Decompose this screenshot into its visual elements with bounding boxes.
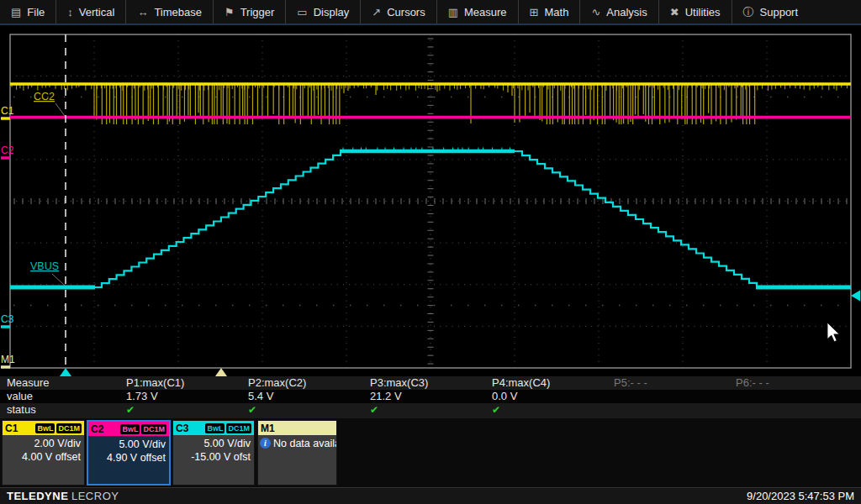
menu-item-display[interactable]: ▭Display bbox=[285, 0, 360, 24]
measure-row-label: Measure bbox=[0, 376, 126, 390]
measure-param-value-p2: 5.4 V bbox=[248, 390, 370, 403]
trace-c1 bbox=[10, 84, 851, 124]
cursors-icon: ↗ bbox=[372, 7, 381, 18]
menu-item-support[interactable]: ⓘSupport bbox=[732, 0, 810, 24]
measure-param-name-p5[interactable]: P5:- - - bbox=[614, 376, 736, 390]
c3-coupling-badge: DC1M bbox=[226, 423, 251, 433]
measure-status-label: status bbox=[0, 403, 126, 417]
marker-label-c2: C2 bbox=[1, 144, 14, 156]
channel-box-c3[interactable]: C3 BwL DC1M 5.00 V/div -15.00 V ofst bbox=[172, 420, 255, 486]
menu-item-label: Trigger bbox=[240, 6, 275, 18]
support-icon: ⓘ bbox=[743, 7, 754, 18]
menu-item-cursors[interactable]: ↗Cursors bbox=[360, 0, 436, 24]
channel-c1-name: C1 bbox=[5, 423, 18, 434]
utilities-icon: ✖ bbox=[670, 7, 679, 18]
c1-bwl-badge: BwL bbox=[35, 423, 55, 433]
marker-tick-c3[interactable] bbox=[1, 325, 10, 328]
channel-c3-name: C3 bbox=[176, 423, 188, 434]
menu-item-analysis[interactable]: ∿Analysis bbox=[579, 0, 658, 24]
info-icon: i bbox=[260, 438, 271, 449]
trigger-icon: ⚑ bbox=[224, 7, 235, 18]
marker-label-m1: M1 bbox=[1, 354, 15, 365]
channel-c2-header: C2 BwL DC1M bbox=[88, 422, 169, 436]
measure-param-value-p4: 0.0 V bbox=[492, 390, 614, 403]
trace-c3 bbox=[10, 148, 851, 288]
status-bar: TELEDYNE LECROY 9/20/2023 5:47:53 PM bbox=[0, 487, 861, 504]
menu-item-label: Utilities bbox=[685, 6, 721, 18]
menu-item-label: Analysis bbox=[606, 6, 647, 18]
analysis-icon: ∿ bbox=[591, 7, 600, 18]
channel-c3-header: C3 BwL DC1M bbox=[173, 421, 254, 435]
math-icon: ⊞ bbox=[530, 7, 539, 18]
memory-box-m1[interactable]: M1 i No data available bbox=[257, 420, 337, 486]
measure-param-value-p1: 1.73 V bbox=[126, 390, 248, 403]
measure-param-name-p2[interactable]: P2:max(C2) bbox=[248, 376, 370, 390]
menu-item-label: Timebase bbox=[154, 6, 202, 18]
status-check-p1: ✔ bbox=[126, 403, 248, 417]
c1-vdiv: 2.00 V/div bbox=[4, 437, 81, 450]
trigger-time-marker[interactable] bbox=[60, 368, 71, 376]
menu-item-label: Math bbox=[544, 6, 568, 18]
menu-item-label: Measure bbox=[464, 6, 507, 18]
menu-item-utilities[interactable]: ✖Utilities bbox=[658, 0, 732, 24]
brand-bold: TELEDYNE bbox=[7, 490, 68, 502]
vertical-icon: ↕ bbox=[67, 7, 73, 18]
trigger-level-arrow[interactable] bbox=[851, 291, 860, 302]
menu-item-vertical[interactable]: ↕Vertical bbox=[55, 0, 125, 24]
menu-item-trigger[interactable]: ⚑Trigger bbox=[213, 0, 285, 24]
measure-param-name-p6[interactable]: P6:- - - bbox=[736, 376, 861, 390]
status-check-p3: ✔ bbox=[370, 403, 492, 417]
measure-icon: ▥ bbox=[448, 7, 458, 18]
c3-vdiv: 5.00 V/div bbox=[175, 437, 251, 450]
c1-offset: 4.00 V offset bbox=[4, 450, 81, 464]
menu-item-timebase[interactable]: ↔Timebase bbox=[125, 0, 213, 24]
teledyne-lecroy-logo: TELEDYNE LECROY bbox=[7, 490, 119, 502]
m1-time-marker[interactable] bbox=[215, 368, 227, 376]
measure-names-row: Measure P1:max(C1)P2:max(C2)P3:max(C3)P4… bbox=[0, 376, 861, 390]
menu-item-label: File bbox=[27, 6, 45, 18]
menu-item-math[interactable]: ⊞Math bbox=[518, 0, 580, 24]
channel-box-c2[interactable]: C2 BwL DC1M 5.00 V/div 4.90 V offset bbox=[87, 420, 171, 486]
measure-param-name-p1[interactable]: P1:max(C1) bbox=[126, 376, 248, 390]
measure-param-value-p3: 21.2 V bbox=[370, 390, 492, 403]
status-check-p2: ✔ bbox=[248, 403, 370, 417]
menu-bar: ▤File↕Vertical↔Timebase⚑Trigger▭Display↗… bbox=[0, 0, 861, 25]
c3-offset: -15.00 V ofst bbox=[175, 450, 251, 464]
measure-status-row: status ✔✔✔✔ bbox=[0, 403, 861, 417]
measure-panel: Measure P1:max(C1)P2:max(C2)P3:max(C3)P4… bbox=[0, 376, 861, 418]
timebase-icon: ↔ bbox=[137, 7, 148, 18]
brand-light: LECROY bbox=[71, 490, 119, 502]
c2-coupling-badge: DC1M bbox=[141, 424, 166, 434]
c2-offset: 4.90 V offset bbox=[90, 451, 166, 465]
svg-text:CC2: CC2 bbox=[34, 91, 55, 102]
channel-c1-header: C1 BwL DC1M bbox=[3, 421, 84, 435]
c2-vdiv: 5.00 V/div bbox=[90, 438, 166, 451]
trace-label-cc2: CC2 bbox=[34, 91, 65, 116]
marker-tick-m1[interactable] bbox=[1, 365, 10, 369]
menu-item-label: Display bbox=[314, 6, 350, 18]
memory-m1-name: M1 bbox=[261, 423, 275, 434]
m1-message: No data available bbox=[273, 438, 336, 449]
measure-values-row: value 1.73 V5.4 V21.2 V0.0 V bbox=[0, 390, 861, 403]
c3-bwl-badge: BwL bbox=[205, 423, 224, 433]
channel-box-c1[interactable]: C1 BwL DC1M 2.00 V/div 4.00 V offset bbox=[2, 420, 85, 486]
display-icon: ▭ bbox=[297, 7, 307, 18]
channel-offset-markers: C1C2C3M1 bbox=[1, 105, 15, 369]
svg-text:VBUS: VBUS bbox=[30, 260, 59, 272]
c2-bwl-badge: BwL bbox=[120, 424, 140, 434]
menu-item-label: Cursors bbox=[387, 6, 425, 18]
c1-coupling-badge: DC1M bbox=[56, 423, 82, 433]
marker-tick-c2[interactable] bbox=[1, 156, 10, 160]
descriptor-box-area: C1 BwL DC1M 2.00 V/div 4.00 V offset C2 … bbox=[0, 418, 861, 487]
menu-item-label: Vertical bbox=[79, 6, 115, 18]
menu-item-file[interactable]: ▤File bbox=[0, 0, 55, 24]
measure-param-name-p4[interactable]: P4:max(C4) bbox=[492, 376, 614, 390]
menu-item-label: Support bbox=[760, 6, 799, 18]
mouse-pointer bbox=[827, 323, 839, 342]
menu-item-measure[interactable]: ▥Measure bbox=[436, 0, 518, 24]
measure-param-name-p3[interactable]: P3:max(C3) bbox=[370, 376, 492, 390]
memory-m1-header: M1 bbox=[258, 421, 336, 435]
channel-c2-name: C2 bbox=[91, 423, 103, 435]
status-check-p4: ✔ bbox=[492, 403, 614, 417]
marker-tick-c1[interactable] bbox=[1, 117, 10, 120]
